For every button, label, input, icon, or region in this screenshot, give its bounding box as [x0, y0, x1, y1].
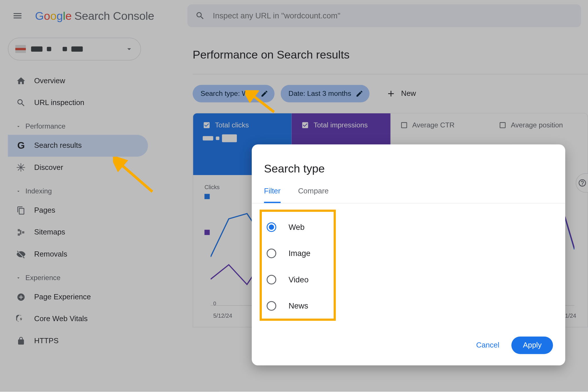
radio-unchecked-icon — [267, 275, 276, 285]
radio-unchecked-icon — [267, 301, 276, 311]
cancel-button[interactable]: Cancel — [468, 337, 507, 354]
radio-option-image[interactable]: Image — [264, 240, 553, 266]
radio-label: Video — [289, 275, 309, 284]
radio-checked-icon — [267, 222, 276, 232]
radio-label: News — [289, 301, 308, 311]
radio-option-video[interactable]: Video — [264, 267, 553, 293]
dialog-actions: Cancel Apply — [252, 323, 565, 357]
dialog-title: Search type — [252, 158, 565, 187]
dialog-tab-filter[interactable]: Filter — [264, 187, 281, 203]
radio-label: Image — [289, 249, 310, 258]
dialog-tabs: Filter Compare — [252, 187, 565, 203]
dialog-tab-compare[interactable]: Compare — [298, 187, 329, 203]
radio-option-news[interactable]: News — [264, 293, 553, 319]
search-type-radio-group: Web Image Video News — [252, 203, 565, 323]
radio-label: Web — [289, 222, 305, 232]
apply-button[interactable]: Apply — [512, 337, 553, 354]
radio-unchecked-icon — [267, 249, 276, 258]
radio-option-web[interactable]: Web — [264, 214, 553, 240]
search-type-dialog: Search type Filter Compare Web Image Vid… — [252, 144, 565, 365]
